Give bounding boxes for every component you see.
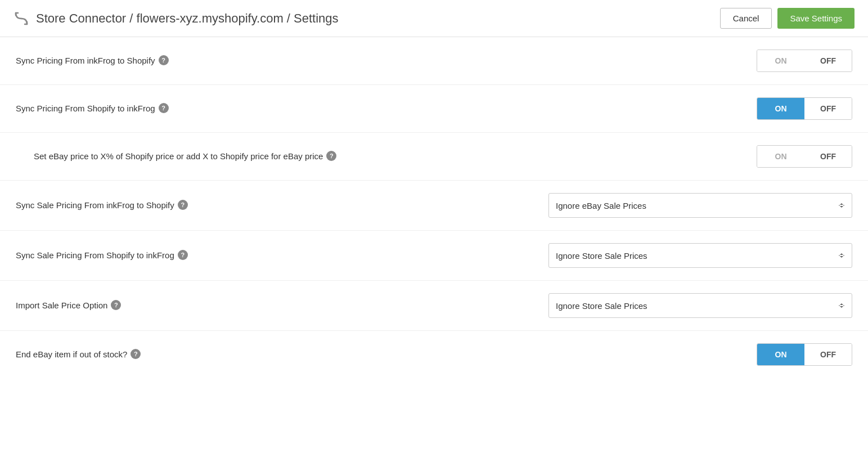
setting-label-end-ebay-item-out-of-stock: End eBay item if out of stock? ?: [16, 348, 141, 361]
toggle-off[interactable]: OFF: [804, 98, 852, 119]
setting-label-sync-sale-pricing-inkfrog-to-shopify: Sync Sale Pricing From inkFrog to Shopif…: [16, 199, 188, 212]
help-icon-sync-pricing-inkfrog-to-shopify[interactable]: ?: [159, 55, 169, 65]
toggle-end-ebay-item-out-of-stock[interactable]: ON OFF: [757, 343, 852, 366]
save-settings-button[interactable]: Save Settings: [777, 8, 854, 29]
label-text: Sync Pricing From Shopify to inkFrog: [16, 102, 155, 115]
setting-row-import-sale-price-option: Import Sale Price Option ? Ignore Store …: [0, 281, 868, 331]
label-text: End eBay item if out of stock?: [16, 348, 127, 361]
label-text: Import Sale Price Option: [16, 299, 107, 312]
toggle-off[interactable]: OFF: [804, 344, 852, 365]
toggle-on[interactable]: ON: [757, 344, 804, 365]
toggle-on[interactable]: ON: [757, 146, 804, 167]
help-icon-set-ebay-price[interactable]: ?: [326, 151, 336, 161]
header-actions: Cancel Save Settings: [720, 8, 854, 29]
toggle-set-ebay-price[interactable]: ON OFF: [757, 145, 852, 168]
header: Store Connector / flowers-xyz.myshopify.…: [0, 0, 868, 37]
select-input-sync-sale-inkfrog-shopify[interactable]: Ignore eBay Sale Prices Sync eBay Sale P…: [548, 193, 852, 218]
select-sync-sale-pricing-shopify-to-inkfrog[interactable]: Ignore Store Sale Prices Sync Store Sale…: [548, 243, 852, 268]
setting-row-sync-sale-pricing-shopify-to-inkfrog: Sync Sale Pricing From Shopify to inkFro…: [0, 231, 868, 281]
help-icon-end-ebay-item-out-of-stock[interactable]: ?: [131, 349, 141, 359]
toggle-on[interactable]: ON: [757, 50, 804, 71]
help-icon-sync-sale-pricing-inkfrog-to-shopify[interactable]: ?: [178, 200, 188, 210]
page-title: Store Connector / flowers-xyz.myshopify.…: [36, 11, 339, 26]
label-text: Sync Sale Pricing From inkFrog to Shopif…: [16, 199, 174, 212]
toggle-off[interactable]: OFF: [804, 50, 852, 71]
setting-row-sync-pricing-inkfrog-to-shopify: Sync Pricing From inkFrog to Shopify ? O…: [0, 37, 868, 85]
help-icon-import-sale-price-option[interactable]: ?: [111, 300, 121, 310]
select-sync-sale-pricing-inkfrog-to-shopify[interactable]: Ignore eBay Sale Prices Sync eBay Sale P…: [548, 193, 852, 218]
setting-row-sync-sale-pricing-inkfrog-to-shopify: Sync Sale Pricing From inkFrog to Shopif…: [0, 181, 868, 231]
setting-row-sync-pricing-shopify-to-inkfrog: Sync Pricing From Shopify to inkFrog ? O…: [0, 85, 868, 133]
header-left: Store Connector / flowers-xyz.myshopify.…: [14, 11, 339, 26]
toggle-off[interactable]: OFF: [804, 146, 852, 167]
select-input-sync-sale-shopify-inkfrog[interactable]: Ignore Store Sale Prices Sync Store Sale…: [548, 243, 852, 268]
cancel-button[interactable]: Cancel: [720, 8, 772, 29]
help-icon-sync-sale-pricing-shopify-to-inkfrog[interactable]: ?: [178, 250, 188, 260]
select-import-sale-price-option[interactable]: Ignore Store Sale Prices Import Store Sa…: [548, 293, 852, 318]
label-text: Sync Sale Pricing From Shopify to inkFro…: [16, 249, 174, 262]
setting-row-end-ebay-item-out-of-stock: End eBay item if out of stock? ? ON OFF: [0, 331, 868, 378]
label-text: Sync Pricing From inkFrog to Shopify: [16, 55, 155, 68]
setting-row-set-ebay-price: Set eBay price to X% of Shopify price or…: [0, 133, 868, 181]
settings-content: Sync Pricing From inkFrog to Shopify ? O…: [0, 37, 868, 378]
setting-label-set-ebay-price: Set eBay price to X% of Shopify price or…: [34, 150, 336, 163]
setting-label-sync-pricing-shopify-to-inkfrog: Sync Pricing From Shopify to inkFrog ?: [16, 102, 169, 115]
toggle-sync-pricing-shopify-to-inkfrog[interactable]: ON OFF: [757, 97, 852, 120]
setting-label-sync-sale-pricing-shopify-to-inkfrog: Sync Sale Pricing From Shopify to inkFro…: [16, 249, 188, 262]
store-connector-icon: [14, 11, 29, 26]
setting-label-import-sale-price-option: Import Sale Price Option ?: [16, 299, 121, 312]
select-input-import-sale-price[interactable]: Ignore Store Sale Prices Import Store Sa…: [548, 293, 852, 318]
toggle-on[interactable]: ON: [757, 98, 804, 119]
toggle-sync-pricing-inkfrog-to-shopify[interactable]: ON OFF: [757, 50, 852, 72]
help-icon-sync-pricing-shopify-to-inkfrog[interactable]: ?: [159, 103, 169, 113]
label-text: Set eBay price to X% of Shopify price or…: [34, 150, 323, 163]
setting-label-sync-pricing-inkfrog-to-shopify: Sync Pricing From inkFrog to Shopify ?: [16, 55, 169, 68]
